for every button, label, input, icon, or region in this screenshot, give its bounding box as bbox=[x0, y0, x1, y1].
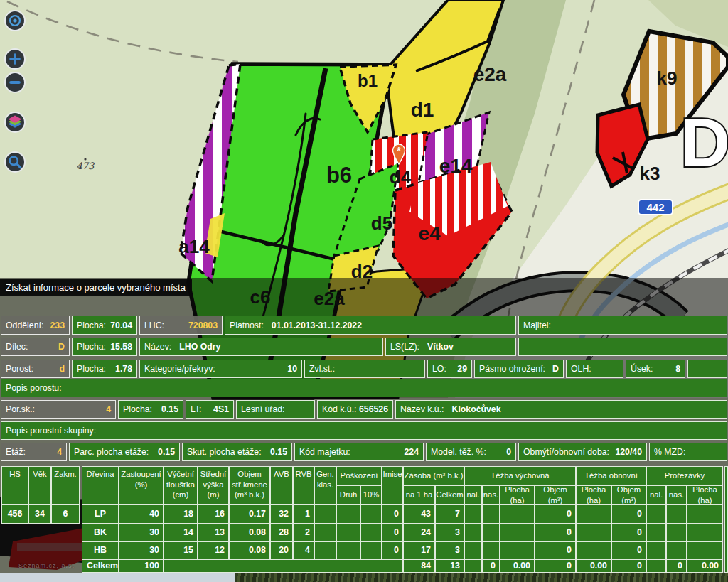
info-cell: OLH: bbox=[566, 360, 623, 378]
species-cell: 0 bbox=[535, 524, 576, 541]
species-cell: LP bbox=[82, 505, 119, 524]
species-header-cell: nal. bbox=[464, 485, 482, 505]
species-cell: 0 bbox=[535, 505, 576, 524]
species-cell bbox=[500, 541, 535, 559]
info-cell: Popis porostu: bbox=[1, 379, 727, 397]
species-cell bbox=[314, 524, 336, 541]
species-total-cell: 100 bbox=[119, 559, 164, 573]
info-cell: LT:4S1 bbox=[186, 400, 234, 419]
species-header-cell: Plocha (ha) bbox=[500, 485, 535, 505]
species-header-cell: Plocha (ha) bbox=[687, 485, 723, 505]
species-header-cell: Imise bbox=[382, 466, 403, 505]
species-total-cell: 13 bbox=[435, 559, 464, 573]
info-cell: Model. těž. %:0 bbox=[426, 443, 516, 461]
species-cell bbox=[500, 505, 535, 524]
species-cell: 0 bbox=[382, 505, 403, 524]
species-cell: 0 bbox=[382, 524, 403, 541]
species-cell bbox=[576, 524, 611, 541]
district-letter: D bbox=[680, 104, 728, 181]
species-header-group: Těžba výchovná bbox=[464, 466, 576, 485]
species-header-cell: Celkem bbox=[435, 485, 464, 505]
species-header-group: Poškození bbox=[336, 466, 382, 485]
info-cell: Kategorie/překryv:10 bbox=[139, 360, 302, 378]
species-cell bbox=[336, 524, 360, 541]
info-cell: Název:LHO Odry bbox=[139, 338, 383, 356]
svg-text:*: * bbox=[397, 145, 401, 156]
species-cell: 17 bbox=[403, 541, 435, 559]
species-total-cell bbox=[464, 559, 482, 573]
species-cell bbox=[687, 541, 723, 559]
species-header-cell: 10% bbox=[360, 485, 382, 505]
info-cell: Popis porostní skupiny: bbox=[1, 421, 727, 440]
species-total-cell: Celkem: bbox=[82, 559, 119, 573]
road-number-sign: 442 bbox=[638, 200, 673, 215]
zoom-in-button[interactable] bbox=[4, 48, 26, 70]
species-cell bbox=[646, 524, 666, 541]
species-cell: 0 bbox=[611, 541, 646, 559]
info-cell: Kód k.ú.:656526 bbox=[317, 400, 393, 419]
info-cell: Lesní úřad: bbox=[236, 400, 315, 419]
info-cell: Skut. plocha etáže:0.15 bbox=[182, 443, 292, 461]
info-cell: LO:29 bbox=[427, 360, 472, 378]
info-cell: Plocha:1.78 bbox=[72, 360, 137, 378]
species-total-cell: 0.00 bbox=[500, 559, 535, 573]
species-total-cell bbox=[646, 559, 666, 573]
species-cell: 0 bbox=[611, 524, 646, 541]
species-header-cell: na 1 ha bbox=[403, 485, 435, 505]
species-cell bbox=[314, 505, 336, 524]
species-header-group: Prořezávky bbox=[646, 466, 723, 485]
species-total-cell: 0 bbox=[611, 559, 646, 573]
layers-button[interactable] bbox=[4, 112, 26, 133]
species-cell: 15 bbox=[164, 541, 198, 559]
species-cell bbox=[666, 524, 687, 541]
parcel-label: d5 bbox=[371, 212, 392, 234]
species-cell: 0 bbox=[535, 541, 576, 559]
parcel-label: a14 bbox=[178, 236, 210, 257]
info-cell: Název k.ú.:Klokočůvek bbox=[395, 400, 727, 419]
aerial-photo-strip bbox=[235, 573, 728, 582]
species-cell: 7 bbox=[435, 505, 464, 524]
locate-button[interactable] bbox=[4, 10, 26, 31]
species-header-cell: Druh bbox=[336, 485, 360, 505]
info-cell: Porost:d bbox=[1, 360, 70, 378]
species-header-group: Těžba obnovní bbox=[576, 466, 646, 485]
species-cell: 0 bbox=[382, 541, 403, 559]
info-cell: Platnost:01.01.2013-31.12.2022 bbox=[225, 316, 516, 335]
gis-app-window: 442 473 D * b1d1e2ab6d4e14d5e4a14d2c6e2a… bbox=[0, 0, 728, 582]
search-button[interactable] bbox=[4, 151, 26, 173]
info-cell: Pásmo ohrožení:D bbox=[474, 360, 564, 378]
species-cell bbox=[500, 524, 535, 541]
species-cell bbox=[646, 505, 666, 524]
species-cell: 3 bbox=[435, 524, 464, 541]
species-cell bbox=[336, 505, 360, 524]
species-cell: HB bbox=[82, 541, 119, 559]
info-cell: LS(LZ):Vítkov bbox=[385, 338, 516, 356]
species-header-cell: Zastoupení (%) bbox=[119, 466, 164, 505]
zoom-out-button[interactable] bbox=[4, 72, 26, 93]
species-cell: 30 bbox=[119, 524, 164, 541]
info-cell bbox=[687, 360, 727, 378]
species-cell: 30 bbox=[119, 541, 164, 559]
parcel-label: b6 bbox=[326, 163, 352, 188]
species-cell bbox=[687, 505, 723, 524]
species-header-cell: Objem (m³) bbox=[535, 485, 576, 505]
info-cell: Etáž:4 bbox=[1, 443, 67, 461]
species-header-cell: nas. bbox=[482, 485, 500, 505]
minus-icon bbox=[6, 73, 24, 92]
spot-height: 473 bbox=[77, 158, 96, 171]
species-cell: 0.08 bbox=[229, 541, 270, 559]
parcel-label: k9 bbox=[657, 68, 678, 89]
info-cell: Majitel: bbox=[518, 316, 727, 335]
parcel-label: e14 bbox=[439, 155, 473, 177]
species-total-cell bbox=[164, 559, 403, 573]
species-header-cell: Gen. klas. bbox=[314, 466, 336, 505]
parcel-label: e4 bbox=[418, 222, 441, 244]
species-cell bbox=[482, 541, 500, 559]
species-cell: 12 bbox=[198, 541, 229, 559]
species-cell bbox=[576, 541, 611, 559]
info-cell: Plocha:0.15 bbox=[118, 400, 183, 419]
species-cell: BK bbox=[82, 524, 119, 541]
species-cell bbox=[687, 524, 723, 541]
species-cell bbox=[464, 541, 482, 559]
info-cell: LHC:720803 bbox=[139, 316, 223, 335]
